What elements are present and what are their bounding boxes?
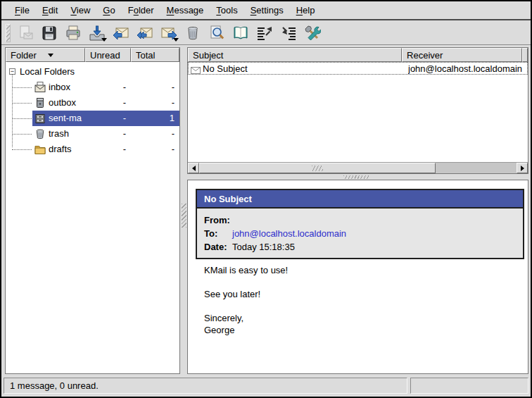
menu-edit[interactable]: Edit: [36, 3, 64, 18]
scrollbar-thumb[interactable]: [199, 163, 436, 173]
folder-row-sent-ma[interactable]: sent-ma-1: [6, 111, 179, 126]
message-title: No Subject: [204, 194, 252, 204]
dropdown-arrow-icon[interactable]: [101, 38, 107, 42]
menu-settings[interactable]: Settings: [244, 3, 290, 18]
folder-name: sent-ma: [49, 113, 82, 123]
folder-row-inbox[interactable]: inbox--: [6, 80, 179, 95]
tree-line: [12, 87, 32, 88]
horizontal-splitter[interactable]: [187, 175, 528, 180]
message-preview-pane: No Subject From:To:john@localhost.locald…: [187, 180, 528, 374]
trash-folder-icon: [34, 128, 46, 140]
column-header-unread-label: Unread: [90, 50, 120, 61]
folder-total-count: 1: [170, 113, 175, 123]
menubar: FileEditViewGoFolderMessageToolsSettings…: [1, 1, 531, 20]
splitter-grip: [343, 175, 370, 179]
folder-unread-count: -: [123, 144, 126, 154]
folder-row-trash[interactable]: trash--: [6, 126, 179, 142]
message-subject: No Subject: [203, 63, 248, 74]
collapse-expander-icon[interactable]: −: [9, 68, 15, 75]
root-folder-label: Local Folders: [20, 66, 75, 77]
folder-name: trash: [49, 128, 69, 139]
mail-envelope-icon: [191, 66, 201, 73]
tree-line: [12, 149, 32, 150]
sort-arrow-icon: [48, 54, 53, 57]
menu-help[interactable]: Help: [290, 3, 322, 18]
statusbar-aux-section: [410, 378, 528, 394]
configure-icon[interactable]: [302, 23, 323, 43]
column-header-date[interactable]: Date: [522, 48, 528, 62]
folder-total-count: -: [172, 128, 175, 139]
menu-file[interactable]: File: [8, 3, 36, 18]
column-header-total[interactable]: Total: [131, 48, 179, 62]
scroll-left-button[interactable]: [188, 163, 199, 173]
menu-folder[interactable]: Folder: [122, 3, 160, 18]
arrow-left-icon: [192, 166, 196, 171]
message-header-fields: From:To:john@localhost.localdomainDate:T…: [197, 209, 523, 258]
statusbar: 1 message, 0 unread.: [3, 375, 529, 395]
outbox-icon: [34, 97, 46, 109]
toolbar-drag-handle[interactable]: [6, 24, 11, 42]
scroll-right-button[interactable]: [517, 163, 528, 173]
print-icon[interactable]: [63, 23, 84, 43]
folder-unread-count: -: [123, 97, 126, 108]
menu-go[interactable]: Go: [96, 3, 121, 18]
from-field: From:: [204, 213, 523, 227]
kmail-window: FileEditViewGoFolderMessageToolsSettings…: [0, 0, 532, 398]
message-receiver: john@localhost.localdomain: [408, 63, 526, 74]
column-header-receiver-label: Receiver: [407, 50, 443, 61]
folder-list-header: Folder Unread Total: [6, 48, 179, 62]
new-message-icon: [15, 23, 36, 43]
body-line: Sincerely,: [204, 313, 521, 325]
message-header-box: No Subject From:To:john@localhost.locald…: [196, 189, 524, 259]
date-field: Date:Today 15:18:35: [204, 240, 523, 254]
scrollbar-grip: [312, 166, 323, 171]
column-header-subject-label: Subject: [193, 50, 223, 61]
folder-total-count: -: [172, 82, 175, 92]
folder-row-outbox[interactable]: outbox--: [6, 95, 179, 111]
folder-total-count: -: [172, 144, 175, 154]
column-header-total-label: Total: [136, 50, 155, 61]
reply-icon[interactable]: [110, 23, 132, 43]
folder-name: drafts: [49, 144, 72, 154]
folder-unread-count: -: [123, 82, 126, 92]
body-line: [204, 301, 521, 313]
column-header-subject[interactable]: Subject: [188, 48, 402, 62]
column-header-folder[interactable]: Folder: [6, 48, 85, 62]
dropdown-arrow-icon[interactable]: [173, 38, 179, 42]
folder-name: outbox: [49, 97, 76, 108]
trash-icon[interactable]: [182, 23, 203, 43]
column-header-receiver[interactable]: Receiver: [402, 48, 522, 62]
vertical-splitter[interactable]: [181, 47, 187, 374]
date-label: Date:: [204, 242, 232, 252]
inbox-icon: [34, 81, 46, 94]
save-icon[interactable]: [39, 23, 60, 43]
to-label: To:: [204, 228, 232, 239]
horizontal-scrollbar[interactable]: [188, 162, 528, 173]
previous-unread-icon[interactable]: [254, 23, 275, 43]
find-messages-icon[interactable]: [206, 23, 227, 43]
message-title-bar: No Subject: [197, 190, 523, 209]
check-mail-icon[interactable]: [87, 23, 108, 43]
menu-message[interactable]: Message: [160, 3, 210, 18]
reply-all-icon[interactable]: [134, 23, 156, 43]
menu-view[interactable]: View: [64, 3, 96, 18]
menu-tools[interactable]: Tools: [210, 3, 243, 18]
folder-name: inbox: [49, 82, 70, 92]
next-unread-icon[interactable]: [278, 23, 299, 43]
forward-icon[interactable]: [158, 23, 179, 43]
body-line: [204, 277, 521, 289]
to-field: To:john@localhost.localdomain: [204, 227, 523, 240]
message-body: KMail is easy to use! See you later! Sin…: [204, 265, 521, 337]
body-line: KMail is easy to use!: [204, 265, 521, 277]
to-value[interactable]: john@localhost.localdomain: [232, 228, 346, 239]
main-area: Folder Unread Total − Local Folders inbo…: [3, 46, 529, 374]
splitter-grip: [182, 204, 186, 228]
column-header-unread[interactable]: Unread: [85, 48, 131, 62]
body-line: George: [204, 325, 521, 337]
folder-row-root[interactable]: − Local Folders: [6, 64, 179, 80]
folder-row-drafts[interactable]: drafts--: [6, 142, 179, 157]
arrow-right-icon: [521, 166, 524, 171]
folder-unread-count: -: [123, 128, 126, 139]
address-book-icon[interactable]: [230, 23, 251, 43]
message-row[interactable]: No Subjectjohn@localhost.localdomainToda…: [188, 62, 528, 75]
